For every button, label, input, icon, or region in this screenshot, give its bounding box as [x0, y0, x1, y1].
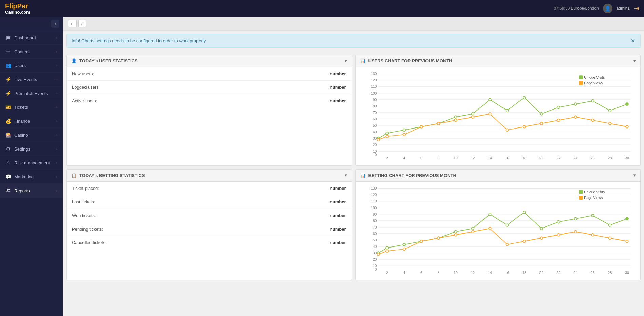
- svg-point-129: [471, 227, 474, 230]
- svg-point-52: [523, 96, 526, 99]
- users-chart-svg: 130 120 110 100 90 80 70 60 50 40 30 20 …: [359, 71, 637, 161]
- svg-text:80: 80: [373, 104, 377, 108]
- svg-text:120: 120: [371, 78, 377, 82]
- sidebar-item-finance[interactable]: 💰 Finance ›: [0, 114, 63, 128]
- user-stats-chevron[interactable]: ▾: [345, 59, 347, 63]
- svg-point-72: [574, 116, 577, 118]
- users-chart-title: USERS CHART FOR PREVIOUS MONTH: [368, 58, 452, 63]
- betting-stats-card: 📋 TODAY's BETTING STATISTICS ▾ Ticket pl…: [66, 169, 352, 280]
- sidebar-label-content: Content: [14, 49, 30, 54]
- header-right: 07:59:50 Europe/London 👤 admin1 ⇥: [554, 4, 639, 13]
- table-row: New users: number: [67, 67, 352, 81]
- prematch-icon: ⚡: [5, 91, 11, 96]
- table-row: Won tickets: number: [67, 209, 352, 222]
- svg-text:30: 30: [373, 137, 377, 140]
- svg-text:20: 20: [373, 258, 377, 261]
- sidebar-label-reports: Reports: [14, 188, 30, 193]
- svg-point-143: [420, 240, 423, 243]
- content-icon: ☰: [5, 49, 11, 54]
- svg-text:20: 20: [539, 271, 543, 275]
- betting-icon: 📋: [71, 173, 77, 178]
- chevron-right-icon: ›: [56, 189, 57, 193]
- svg-text:14: 14: [488, 156, 492, 160]
- chevron-right-icon: ›: [56, 64, 57, 67]
- won-tickets-value: number: [245, 209, 351, 222]
- sidebar-item-live-events[interactable]: ⚡ Live Events ›: [0, 73, 63, 86]
- sidebar-label-marketing: Marketing: [14, 174, 34, 179]
- table-row: Cancelled tickets: number: [67, 236, 352, 249]
- svg-text:18: 18: [522, 271, 526, 275]
- svg-point-141: [386, 250, 389, 252]
- sidebar-item-reports[interactable]: 🏷 Reports ›: [0, 184, 63, 198]
- svg-point-153: [591, 234, 594, 236]
- svg-text:60: 60: [373, 232, 377, 236]
- svg-point-150: [540, 237, 543, 239]
- sidebar-item-content[interactable]: ☰ Content ›: [0, 45, 63, 59]
- svg-text:130: 130: [371, 186, 377, 190]
- svg-text:20: 20: [373, 143, 377, 147]
- svg-text:22: 22: [556, 156, 561, 160]
- svg-point-68: [506, 129, 508, 132]
- svg-point-134: [557, 221, 560, 223]
- chevron-right-icon: ›: [56, 175, 57, 179]
- svg-point-55: [574, 103, 577, 105]
- live-events-icon: ⚡: [5, 77, 11, 82]
- sidebar-item-tickets[interactable]: 🎫 Tickets ›: [0, 100, 63, 114]
- chevron-right-icon: ›: [56, 133, 57, 137]
- svg-text:26: 26: [591, 156, 595, 160]
- sidebar-item-marketing[interactable]: 💬 Marketing ›: [0, 170, 63, 184]
- users-chart-chevron[interactable]: ▾: [633, 59, 636, 63]
- sidebar-item-casino[interactable]: 🎰 Casino ›: [0, 128, 63, 142]
- betting-chart-header: 📊 BETTING CHART FOR PREVIOUS MONTH ▾: [356, 170, 641, 182]
- svg-rect-158: [579, 196, 582, 199]
- svg-point-44: [386, 132, 389, 135]
- svg-text:22: 22: [556, 271, 561, 275]
- svg-text:12: 12: [471, 156, 475, 160]
- svg-point-59: [625, 102, 629, 106]
- svg-text:Unique Visits: Unique Visits: [584, 76, 605, 79]
- svg-point-125: [403, 243, 405, 246]
- users-chart-header: 📊 USERS CHART FOR PREVIOUS MONTH ▾: [356, 55, 641, 67]
- betting-stats-title: TODAY's BETTING STATISTICS: [79, 173, 145, 178]
- sidebar-label-users: Users: [14, 63, 26, 68]
- svg-point-50: [489, 98, 491, 101]
- forward-button[interactable]: ›: [78, 20, 86, 27]
- home-button[interactable]: ⌂: [68, 20, 77, 27]
- betting-stats-table: Ticket placed: number Lost tickets: numb…: [67, 182, 352, 249]
- won-tickets-label: Won tickets:: [67, 209, 245, 222]
- chevron-right-icon: ›: [56, 36, 57, 40]
- betting-chart-icon: 📊: [360, 173, 366, 178]
- sidebar-item-risk-management[interactable]: ⚠ Risk management ›: [0, 156, 63, 170]
- svg-text:Page Views: Page Views: [584, 81, 603, 85]
- sidebar-item-prematch-events[interactable]: ⚡ Prematch Events ›: [0, 86, 63, 100]
- svg-text:4: 4: [403, 271, 405, 275]
- username: admin1: [617, 6, 630, 11]
- logged-users-label: Logged users: [67, 81, 232, 94]
- betting-chart-chevron[interactable]: ▾: [633, 173, 636, 178]
- chevron-right-icon: ›: [56, 78, 57, 81]
- sidebar-item-dashboard[interactable]: ▣ Dashboard ›: [0, 31, 63, 45]
- logout-button[interactable]: ⇥: [634, 5, 639, 12]
- sidebar-toggle-button[interactable]: ‹: [51, 20, 59, 28]
- sidebar-label-dashboard: Dashboard: [14, 35, 36, 40]
- betting-chart-card: 📊 BETTING CHART FOR PREVIOUS MONTH ▾: [355, 169, 641, 280]
- svg-point-67: [489, 113, 491, 115]
- svg-text:70: 70: [373, 111, 377, 115]
- svg-text:40: 40: [373, 130, 377, 134]
- info-close-button[interactable]: ✕: [631, 38, 635, 44]
- svg-text:110: 110: [371, 199, 377, 203]
- svg-point-48: [454, 116, 457, 118]
- svg-point-66: [471, 116, 474, 118]
- user-stats-card: 👤 TODAY's USER STATISTICS ▾ New users: n…: [66, 55, 352, 166]
- users-chart-card: 📊 USERS CHART FOR PREVIOUS MONTH ▾: [355, 55, 641, 166]
- svg-text:90: 90: [373, 98, 377, 102]
- svg-point-139: [625, 217, 629, 220]
- betting-stats-chevron[interactable]: ▾: [345, 173, 347, 178]
- sidebar-item-users[interactable]: 👥 Users ›: [0, 59, 63, 73]
- svg-text:6: 6: [420, 271, 422, 275]
- svg-point-154: [608, 237, 611, 239]
- logged-users-value: number: [232, 81, 351, 94]
- svg-point-75: [626, 125, 628, 128]
- sidebar-item-settings[interactable]: ⚙ Settings ›: [0, 142, 63, 156]
- new-users-value: number: [232, 67, 351, 81]
